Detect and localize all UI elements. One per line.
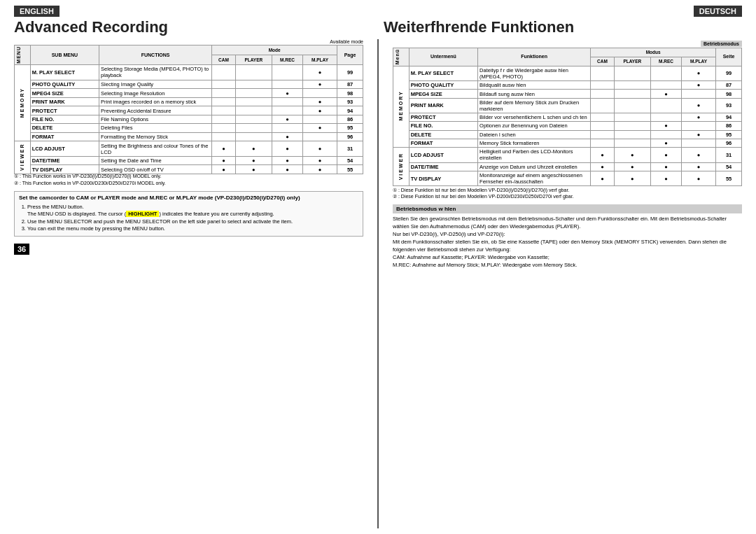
submenu-cell: M. PLAY SELECT (30, 65, 99, 80)
submenu-cell: DATE/TIME (30, 156, 99, 164)
camera-cell (591, 130, 615, 139)
mPlay-cell: ● (681, 171, 715, 186)
mPlay-cell: ● (302, 141, 337, 157)
th-functions-de: Funktionen (478, 48, 591, 66)
page-cell: 99 (716, 66, 742, 80)
info-box-title: Set the camcorder to CAM or PLAYER mode … (19, 195, 358, 201)
mRec-cell: ● (272, 89, 302, 97)
submenu-cell: PRINT MARK (30, 97, 99, 106)
playerTape-cell (235, 106, 272, 115)
table-row: FORMATFormatting the Memory Stick●96 (15, 132, 363, 141)
page-number: 36 (14, 244, 29, 255)
table-row: PRINT MARKBilder auf dem Memory Stick zu… (393, 98, 742, 113)
th-submenu-de: Untermenü (409, 48, 477, 66)
deutsch-table-body: M E M O R YM. PLAY SELECTDateityp f r di… (393, 66, 742, 186)
camera-cell (591, 122, 615, 130)
deutsch-footnotes: ① : Diese Funktion ist nur bei den Model… (393, 187, 742, 201)
camera-cell: ● (212, 141, 236, 157)
betrieb-text: Stellen Sie den gewünschten Betriebsmodu… (393, 216, 742, 269)
deutsch-badge: DEUTSCH (694, 6, 742, 17)
playerTape-cell (614, 66, 650, 80)
mRec-cell: ● (272, 132, 302, 141)
mRec-cell: ● (650, 122, 681, 130)
camera-cell (212, 115, 236, 123)
step-2: Use the MENU SELECTOR and push the MENU … (27, 218, 358, 226)
betriebsmodus-label: Betriebsmodus (393, 39, 742, 47)
mPlay-cell: ● (681, 98, 715, 113)
table-row: V I E W E RLCD ADJUSTSetting the Brightn… (15, 141, 363, 157)
table-row: PHOTO QUALITYSlecting Image Quality●87 (15, 80, 363, 88)
function-cell: Setting the Date and Time (99, 156, 212, 164)
playerTape-cell: ● (614, 171, 650, 186)
step-3: You can exit the menu mode by pressing t… (27, 225, 358, 233)
playerTape-cell (235, 65, 272, 80)
table-row: FILE NO.File Naming Options●86 (15, 115, 363, 123)
page-cell: 93 (716, 98, 742, 113)
page-cell: 87 (337, 80, 363, 88)
mRec-cell: ● (272, 156, 302, 164)
table-row: DELETEDeleting Files●95 (15, 124, 363, 132)
page-cell: 95 (337, 124, 363, 132)
playerTape-cell (235, 89, 272, 97)
mRec-cell (650, 81, 681, 90)
playerTape-cell (614, 90, 650, 98)
table-row: DATE/TIMEAnzeige von Datum und Uhrzeit e… (393, 162, 742, 171)
submenu-cell: DATE/TIME (409, 162, 477, 171)
th-mode-group-de: Modus (591, 48, 716, 57)
playerTape-cell (235, 132, 272, 141)
submenu-cell: FILE NO. (30, 115, 99, 123)
camera-cell (212, 80, 236, 88)
camera-cell: ● (212, 156, 236, 164)
page-cell: 96 (716, 139, 742, 147)
mPlay-cell: ● (681, 130, 715, 139)
mPlay-cell: ● (302, 65, 337, 80)
col-right: Betriebsmodus Menü Untermenü Funktionen … (393, 39, 742, 528)
th-mrec: M.REC (272, 55, 302, 65)
mRec-cell: ● (650, 148, 681, 162)
camera-cell (591, 66, 615, 80)
function-cell: Monitoranzeige auf einem angeschlossenen… (478, 171, 591, 186)
camera-cell (212, 124, 236, 132)
playerTape-cell (235, 115, 272, 123)
playerTape-cell (235, 97, 272, 106)
table-row: TV DISPLAYMonitoranzeige auf einem anges… (393, 171, 742, 186)
mPlay-cell (681, 122, 715, 130)
function-cell: Memory Stick formatieren (478, 139, 591, 147)
submenu-cell: PROTECT (30, 106, 99, 115)
playerTape-cell: ● (614, 148, 650, 162)
mPlay-cell: ● (302, 156, 337, 164)
submenu-cell: PHOTO QUALITY (409, 81, 477, 90)
page-cell: 98 (716, 90, 742, 98)
th-menu-de: Menü (393, 48, 410, 66)
highlight-indicator: HIGHLIGHT (126, 211, 159, 217)
camera-cell (591, 113, 615, 122)
mRec-cell (272, 97, 302, 106)
camera-cell (212, 106, 236, 115)
header-row: ENGLISH Advanced Recording DEUTSCH Weite… (14, 6, 742, 36)
page-cell: 31 (716, 148, 742, 162)
page-cell: 31 (337, 141, 363, 157)
two-col-content: Available mode MENU SUB MENU FUNCTIONS M… (14, 39, 742, 528)
function-cell: Formatting the Memory Stick (99, 132, 212, 141)
camera-cell (591, 90, 615, 98)
table-row: V I E W E RLCD ADJUSTHelligkeit und Farb… (393, 148, 742, 162)
th-cam-de: CAM (591, 57, 615, 66)
section-label: M E M O R Y (393, 66, 410, 147)
steps-list: Press the MENU button. The MENU OSD is d… (19, 204, 358, 233)
mRec-cell: ● (272, 115, 302, 123)
submenu-cell: M. PLAY SELECT (409, 66, 477, 80)
function-cell: Setting the Brightness and colour Tones … (99, 141, 212, 157)
page-cell: 55 (716, 171, 742, 186)
function-cell: Dateityp f r die Wiedergabe ausw hlen (M… (478, 66, 591, 80)
function-cell: Deleting Files (99, 124, 212, 132)
function-cell: Print images recorded on a memory stick (99, 97, 212, 106)
playerTape-cell (614, 130, 650, 139)
submenu-cell: FILE NO. (409, 122, 477, 130)
mPlay-cell: ● (681, 162, 715, 171)
mPlay-cell: ● (681, 148, 715, 162)
mRec-cell: ● (272, 141, 302, 157)
function-cell: Helligkeit und Farben des LCD-Monitors e… (478, 148, 591, 162)
playerTape-cell (235, 124, 272, 132)
table-row: FORMATMemory Stick formatieren●96 (393, 139, 742, 147)
submenu-cell: LCD ADJUST (30, 141, 99, 157)
